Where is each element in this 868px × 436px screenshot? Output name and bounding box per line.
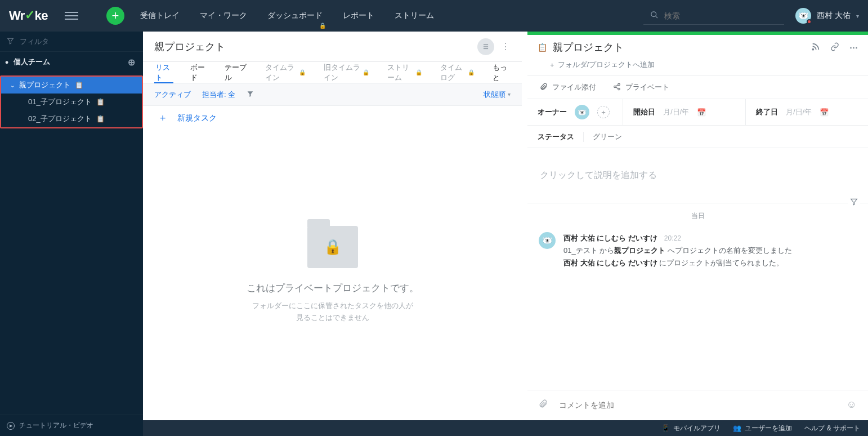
search-icon	[650, 11, 659, 21]
search-box[interactable]	[643, 7, 784, 25]
more-icon[interactable]: ⋯	[849, 42, 858, 53]
paperclip-icon[interactable]	[539, 399, 548, 410]
top-nav: Wr✓ke + 受信トレイ マイ・ワーク ダッシュボード🔒 レポート ストリーム…	[0, 0, 868, 32]
status-value[interactable]: グリーン	[583, 132, 622, 142]
sidebar-filter-label: フィルタ	[20, 37, 49, 47]
filter-assignee[interactable]: 担当者: 全	[202, 90, 235, 100]
lock-icon: 🔒	[468, 69, 475, 75]
empty-state: 🔒 これはプライベートプロジェクトです。 フォルダーにここに保管されたタスクを他…	[143, 131, 522, 419]
nav-stream[interactable]: ストリーム	[395, 11, 434, 21]
emoji-icon[interactable]: ☺	[847, 399, 857, 411]
empty-title: これはプライベートプロジェクトです。	[247, 282, 419, 295]
tab-timeline[interactable]: タイムライン🔒	[264, 62, 307, 83]
mobile-app-link[interactable]: 📱モバイルアプリ	[661, 424, 721, 433]
link-icon[interactable]	[830, 42, 839, 53]
tab-old-timeline[interactable]: 旧タイムライン🔒	[323, 62, 370, 83]
description-input[interactable]: クリックして説明を追加する	[527, 148, 868, 203]
play-icon: ▶	[7, 422, 15, 430]
logo[interactable]: Wr✓ke	[9, 8, 48, 23]
clipboard-icon: 📋	[96, 115, 105, 123]
user-name: 西村 大佑	[817, 11, 851, 21]
tree-item-label: 01_子プロジェクト	[28, 97, 92, 107]
tab-table[interactable]: テーブル	[223, 62, 248, 83]
tab-list[interactable]: リスト	[154, 62, 173, 83]
tree-item-child-2[interactable]: 02_子プロジェクト 📋	[1, 110, 142, 127]
sidebar-tutorial[interactable]: ▶ チュートリアル・ビデオ	[0, 415, 143, 436]
clipboard-icon: 📋	[538, 43, 547, 52]
svg-line-1	[655, 16, 657, 18]
paperclip-icon	[540, 83, 548, 92]
tab-board[interactable]: ボード	[189, 62, 208, 83]
user-menu[interactable]: 🐻‍❄️ 西村 大佑 ▾	[795, 8, 859, 24]
nav-report[interactable]: レポート	[343, 11, 374, 21]
calendar-icon[interactable]: 📅	[697, 108, 706, 117]
attach-file-button[interactable]: ファイル添付	[540, 82, 596, 92]
svg-marker-6	[248, 91, 253, 97]
activity-time: 20:22	[664, 234, 681, 242]
sidebar: フィルタ ● 個人チーム ⊕ ⌄ 親プロジェクト 📋 01_子プロジェクト 📋	[0, 32, 143, 436]
activity-filter-icon[interactable]	[848, 198, 860, 207]
add-to-folder[interactable]: + フォルダ/プロジェクトへ追加	[527, 60, 868, 75]
svg-line-11	[616, 84, 618, 86]
activity-date: 当日	[527, 203, 868, 229]
nav-inbox[interactable]: 受信トレイ	[140, 11, 180, 21]
sidebar-team-label: 個人チーム	[14, 57, 50, 67]
tree-item-label: 親プロジェクト	[19, 80, 70, 90]
logo-text-post: ke	[34, 8, 47, 23]
tree-item-parent[interactable]: ⌄ 親プロジェクト 📋	[1, 77, 142, 94]
help-link[interactable]: ヘルプ & サポート	[804, 424, 860, 433]
hamburger-icon[interactable]	[65, 9, 78, 23]
tab-more[interactable]: もっと	[491, 62, 511, 83]
add-user-icon: 👥	[733, 424, 741, 432]
center-title: 親プロジェクト	[154, 40, 477, 54]
detail-title[interactable]: 親プロジェクト	[553, 41, 806, 54]
svg-marker-13	[851, 199, 857, 205]
svg-point-8	[618, 83, 620, 86]
end-date-label: 終了日	[756, 107, 778, 117]
sidebar-tutorial-label: チュートリアル・ビデオ	[19, 421, 93, 430]
lock-icon: 🔒	[415, 69, 422, 75]
add-user-link[interactable]: 👥ユーザーを追加	[733, 424, 792, 433]
add-button[interactable]: +	[106, 7, 124, 25]
svg-marker-2	[8, 38, 14, 44]
filter-active[interactable]: アクティブ	[154, 90, 191, 100]
private-button[interactable]: プライベート	[613, 82, 669, 92]
tree-item-child-1[interactable]: 01_子プロジェクト 📋	[1, 94, 142, 110]
new-task-button[interactable]: + 新規タスク	[143, 106, 522, 131]
bottom-bar: 📱モバイルアプリ 👥ユーザーを追加 ヘルプ & サポート	[143, 420, 868, 436]
filter-icon[interactable]	[247, 90, 254, 99]
tab-stream[interactable]: ストリーム🔒	[386, 62, 423, 83]
sort-dropdown[interactable]: 状態順 ▾	[484, 90, 511, 100]
svg-point-0	[651, 11, 656, 16]
filter-icon	[7, 37, 14, 46]
svg-line-12	[616, 87, 618, 88]
chevron-down-icon: ▾	[856, 13, 859, 19]
end-date-input[interactable]: 月/日/年	[786, 107, 812, 117]
nav-dashboard[interactable]: ダッシュボード🔒	[267, 11, 323, 21]
calendar-icon[interactable]: 📅	[820, 108, 829, 117]
sidebar-team[interactable]: ● 個人チーム ⊕	[0, 52, 143, 72]
status-label: ステータス	[538, 132, 574, 142]
search-input[interactable]	[664, 11, 777, 20]
bullet-icon: ●	[3, 59, 10, 65]
lock-icon: 🔒	[319, 23, 326, 29]
tree-item-label: 02_子プロジェクト	[28, 114, 92, 124]
nav-items: 受信トレイ マイ・ワーク ダッシュボード🔒 レポート ストリーム	[140, 11, 434, 21]
sidebar-filter[interactable]: フィルタ	[0, 32, 143, 52]
highlight-box: ⌄ 親プロジェクト 📋 01_子プロジェクト 📋 02_子プロジェクト 📋	[0, 75, 143, 128]
view-tabs: リスト ボード テーブル タイムライン🔒 旧タイムライン🔒 ストリーム🔒 タイム…	[143, 62, 522, 83]
add-owner-button[interactable]: +	[597, 106, 610, 118]
start-date-label: 開始日	[633, 107, 655, 117]
nav-mywork[interactable]: マイ・ワーク	[200, 11, 247, 21]
folder-lock-icon: 🔒	[307, 226, 358, 268]
rss-icon[interactable]	[811, 42, 820, 53]
add-team-icon[interactable]: ⊕	[128, 57, 135, 68]
comment-input[interactable]	[559, 401, 835, 410]
activity-author: 西村 大佑 にしむら だいすけ	[563, 234, 657, 242]
owner-avatar[interactable]: 🐻‍❄️	[575, 105, 589, 119]
more-icon[interactable]: ⋮	[501, 41, 511, 52]
tab-timelog[interactable]: タイムログ🔒	[439, 62, 476, 83]
start-date-input[interactable]: 月/日/年	[663, 107, 689, 117]
details-toggle-button[interactable]	[477, 38, 494, 55]
mobile-icon: 📱	[661, 424, 670, 432]
